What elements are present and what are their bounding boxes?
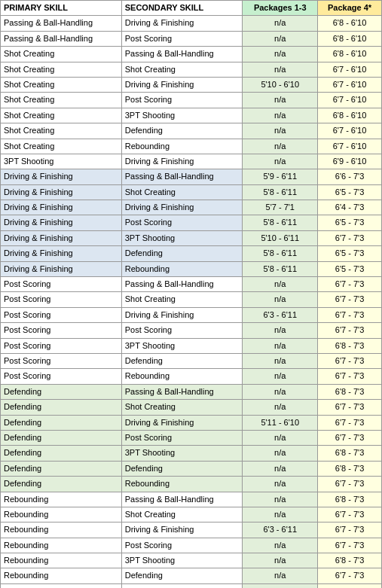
cell-pkg13: n/a (243, 353, 318, 368)
cell-pkg4: 6'8 - 6'10 (318, 16, 382, 31)
cell-primary: Defending (1, 477, 122, 492)
cell-secondary: Passing & Ball-Handling (121, 277, 243, 292)
cell-pkg4: 6'8 - 6'10 (318, 31, 382, 46)
table-row: Driving & FinishingRebounding5'8 - 6'116… (1, 261, 382, 276)
table-row: DefendingShot Creatingn/a6'7 - 7'3 (1, 400, 382, 415)
cell-pkg13: n/a (243, 553, 318, 568)
table-row: ReboundingShot Creatingn/a6'7 - 7'3 (1, 507, 382, 522)
cell-pkg4: 6'7 - 6'10 (318, 139, 382, 154)
cell-pkg4: 6'8 - 7'3 (318, 553, 382, 568)
cell-secondary: Passing & Ball-Handling (121, 384, 243, 399)
cell-pkg4: 6'5 - 7'3 (318, 261, 382, 276)
cell-pkg4: 6'5 - 7'3 (318, 215, 382, 230)
cell-primary: Post Scoring (1, 323, 122, 338)
table-row: Post ScoringDriving & Finishing6'3 - 6'1… (1, 307, 382, 322)
cell-pkg4: 6'7 - 7'3 (318, 522, 382, 538)
cell-primary: Shot Creating (1, 93, 122, 108)
cell-primary: Post Scoring (1, 292, 122, 307)
cell-pkg13: n/a (243, 154, 318, 169)
table-row: Shot Creating3PT Shootingn/a6'8 - 6'10 (1, 108, 382, 123)
cell-primary: Post Scoring (1, 338, 122, 353)
cell-pkg13: n/a (243, 123, 318, 139)
cell-pkg4: 6'7 - 7'3 (318, 353, 382, 368)
cell-primary: Passing & Ball-Handling (1, 31, 122, 46)
cell-pkg4: 6'7 - 7'3 (318, 292, 382, 307)
cell-pkg13: n/a (243, 108, 318, 123)
cell-pkg4: 6'8 - 6'10 (318, 47, 382, 62)
cell-primary: Rebounding (1, 583, 122, 588)
table-row: Passing & Ball-HandlingPost Scoringn/a6'… (1, 31, 382, 46)
table-row: Shot CreatingPost Scoringn/a6'7 - 6'10 (1, 93, 382, 108)
cell-pkg13: n/a (243, 62, 318, 77)
cell-pkg4: 6'8 - 6'10 (318, 108, 382, 123)
cell-secondary: Rebounding (121, 583, 243, 588)
cell-pkg13: n/a (243, 338, 318, 353)
table-row: Post ScoringPost Scoringn/a6'7 - 7'3 (1, 323, 382, 338)
cell-primary: Shot Creating (1, 62, 122, 77)
cell-secondary: Defending (121, 568, 243, 583)
cell-secondary: Rebounding (121, 139, 243, 154)
cell-secondary: Defending (121, 246, 243, 261)
cell-primary: Rebounding (1, 553, 122, 568)
cell-primary: Post Scoring (1, 353, 122, 368)
cell-secondary: 3PT Shooting (121, 108, 243, 123)
cell-secondary: Driving & Finishing (121, 200, 243, 215)
cell-pkg4: 6'4 - 7'3 (318, 200, 382, 215)
cell-pkg13: 6'3 - 6'11 (243, 307, 318, 322)
cell-pkg4: 6'7 - 7'3 (318, 277, 382, 292)
cell-secondary: Shot Creating (121, 400, 243, 415)
cell-pkg13: 5'8 - 6'11 (243, 184, 318, 200)
table-row: Driving & FinishingDefending5'8 - 6'116'… (1, 246, 382, 261)
cell-primary: Rebounding (1, 492, 122, 507)
table-row: Driving & FinishingDriving & Finishing5'… (1, 200, 382, 215)
table-row: Defending3PT Shootingn/a6'8 - 7'3 (1, 446, 382, 461)
cell-pkg4: 6'7 - 7'3 (318, 415, 382, 430)
cell-primary: Rebounding (1, 538, 122, 553)
table-row: Post ScoringShot Creatingn/a6'7 - 7'3 (1, 292, 382, 307)
cell-primary: Shot Creating (1, 139, 122, 154)
cell-primary: Defending (1, 384, 122, 399)
cell-pkg13: 5'9 - 6'11 (243, 169, 318, 184)
cell-pkg13: n/a (243, 400, 318, 415)
cell-secondary: Driving & Finishing (121, 522, 243, 538)
cell-pkg13: n/a (243, 461, 318, 476)
cell-secondary: Driving & Finishing (121, 415, 243, 430)
cell-primary: Defending (1, 400, 122, 415)
cell-pkg4: 6'7 - 7'3 (318, 507, 382, 522)
cell-secondary: Driving & Finishing (121, 307, 243, 322)
cell-secondary: Passing & Ball-Handling (121, 169, 243, 184)
cell-primary: Driving & Finishing (1, 261, 122, 276)
cell-pkg4: 6'5 - 7'3 (318, 246, 382, 261)
cell-pkg13: n/a (243, 323, 318, 338)
cell-primary: Driving & Finishing (1, 246, 122, 261)
cell-secondary: Rebounding (121, 261, 243, 276)
table-row: Driving & FinishingShot Creating5'8 - 6'… (1, 184, 382, 200)
cell-secondary: Shot Creating (121, 62, 243, 77)
cell-primary: Rebounding (1, 568, 122, 583)
cell-pkg4: 6'7 - 7'3 (318, 323, 382, 338)
cell-secondary: Post Scoring (121, 93, 243, 108)
cell-pkg4: 6'7 - 6'10 (318, 123, 382, 139)
cell-primary: Passing & Ball-Handling (1, 16, 122, 31)
cell-secondary: Defending (121, 353, 243, 368)
cell-pkg13: n/a (243, 507, 318, 522)
cell-pkg4: 6'8 - 7'3 (318, 384, 382, 399)
cell-primary: Defending (1, 415, 122, 430)
cell-pkg4: 6'7 - 7'3 (318, 477, 382, 492)
cell-pkg13: 5'8 - 6'11 (243, 246, 318, 261)
cell-pkg4: 6'6 - 7'3 (318, 169, 382, 184)
cell-secondary: 3PT Shooting (121, 553, 243, 568)
header-primary: PRIMARY SKILL (1, 1, 122, 16)
cell-pkg13: 5'8 - 6'11 (243, 215, 318, 230)
table-row: Driving & FinishingPassing & Ball-Handli… (1, 169, 382, 184)
cell-secondary: Defending (121, 461, 243, 476)
cell-primary: Defending (1, 430, 122, 445)
cell-pkg13: n/a (243, 277, 318, 292)
cell-pkg13: 5'7 - 7'1 (243, 200, 318, 215)
cell-primary: Post Scoring (1, 307, 122, 322)
cell-primary: Post Scoring (1, 369, 122, 384)
cell-pkg13: n/a (243, 430, 318, 445)
table-row: ReboundingReboundingn/a6'7 - 7'3 (1, 583, 382, 588)
table-row: Rebounding3PT Shootingn/a6'8 - 7'3 (1, 553, 382, 568)
cell-primary: Defending (1, 461, 122, 476)
